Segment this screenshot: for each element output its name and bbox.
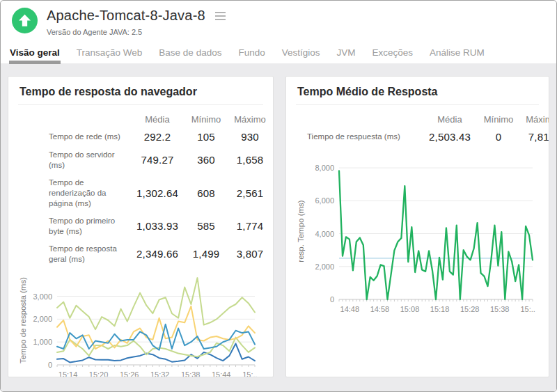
- table-row: Tempo de resposta geral (ms) 2,349.66 1,…: [18, 240, 263, 268]
- svg-text:15:..: 15:..: [242, 370, 257, 377]
- metric-value: 585: [185, 220, 227, 232]
- svg-text:15:32: 15:32: [150, 370, 170, 377]
- browser-response-chart-wrap: 01,0002,0003,00015:1415:2015:2615:3215:3…: [18, 270, 263, 377]
- svg-text:1,000: 1,000: [33, 338, 52, 347]
- metric-value: 1,774: [227, 220, 273, 232]
- svg-text:4,000: 4,000: [315, 230, 334, 238]
- svg-text:15:..: 15:..: [520, 305, 535, 313]
- metric-value: 2,561: [227, 187, 273, 199]
- table-row: Tempo de renderização da página (ms) 1,3…: [18, 174, 263, 212]
- metric-value: 930: [227, 131, 273, 143]
- tab-bar: Visão geral Transação Web Base de dados …: [1, 44, 556, 63]
- metric-label: Tempo de rede (ms): [18, 132, 130, 142]
- metric-value: 1,033.93: [130, 220, 185, 232]
- svg-text:15:38: 15:38: [490, 305, 510, 313]
- svg-text:15:08: 15:08: [400, 305, 420, 313]
- svg-text:Tempo de resposta (ms): Tempo de resposta (ms): [19, 277, 27, 363]
- svg-text:0: 0: [330, 295, 334, 304]
- table-row: Tempo do primeiro byte (ms) 1,033.93 585…: [18, 212, 263, 240]
- table-row: Tempo de rede (ms) 292.2 105 930: [18, 127, 263, 146]
- svg-text:resp. Tempo (ms): resp. Tempo (ms): [297, 200, 305, 262]
- column-media: Média: [421, 114, 478, 125]
- tab-analise-rum[interactable]: Análise RUM: [429, 46, 485, 62]
- table-header: Média Mínimo Máximo: [296, 111, 539, 127]
- metric-label: Tiempo de respuesta (ms): [296, 132, 421, 142]
- metric-value: 360: [185, 154, 227, 166]
- svg-text:15:14: 15:14: [58, 370, 78, 377]
- metric-value: 2,349.66: [130, 248, 185, 260]
- metric-value: 7,815: [519, 131, 549, 143]
- apm-dashboard: Apache-Tomcat-8-Java-8 Versão do Agente …: [0, 0, 557, 392]
- metric-value: 292.2: [130, 131, 185, 143]
- metric-value: 608: [185, 187, 227, 199]
- monitor-status-icon: [12, 8, 38, 33]
- svg-text:15:26: 15:26: [120, 370, 139, 377]
- metric-value: 749.27: [130, 154, 185, 166]
- svg-text:15:38: 15:38: [181, 370, 201, 377]
- panel-title: Tempo Médio de Resposta: [296, 85, 539, 105]
- column-maximo: Máximo: [519, 114, 549, 125]
- svg-text:3,000: 3,000: [33, 292, 52, 301]
- column-media: Média: [130, 114, 185, 125]
- column-minimo: Mínimo: [185, 114, 227, 125]
- panel-browser-response-time: Tempo de resposta do navegador Média Mín…: [8, 76, 274, 377]
- panel-title: Tempo de resposta do navegador: [18, 85, 263, 105]
- avg-response-table: Média Mínimo Máximo Tiempo de respuesta …: [296, 111, 539, 146]
- main-content: Tempo de resposta do navegador Média Mín…: [1, 63, 556, 392]
- table-row: Tempo do servidor (ms) 749.27 360 1,658: [18, 146, 263, 174]
- svg-text:6,000: 6,000: [315, 196, 334, 205]
- tab-fundo[interactable]: Fundo: [237, 46, 265, 62]
- metric-value: 1,658: [227, 154, 273, 166]
- panel-average-response-time: Tempo Médio de Resposta Média Mínimo Máx…: [285, 76, 549, 377]
- metric-value: 1,499: [185, 248, 227, 260]
- column-minimo: Mínimo: [478, 114, 519, 125]
- svg-text:2,000: 2,000: [315, 262, 334, 271]
- avg-response-chart[interactable]: 02,0004,0006,0008,00014:4814:5815:0815:1…: [296, 156, 540, 323]
- avg-response-chart-wrap: 02,0004,0006,0008,00014:4814:5815:0815:1…: [296, 156, 539, 326]
- tab-transacao-web[interactable]: Transação Web: [76, 46, 143, 62]
- svg-text:14:58: 14:58: [370, 305, 390, 313]
- metric-label: Tempo de resposta geral (ms): [18, 244, 130, 265]
- metric-label: Tempo do servidor (ms): [18, 150, 130, 171]
- tab-excecoes[interactable]: Exceções: [372, 46, 414, 62]
- menu-icon[interactable]: [214, 10, 227, 22]
- browser-metrics-table: Média Mínimo Máximo Tempo de rede (ms) 2…: [18, 111, 263, 267]
- tab-visao-geral[interactable]: Visão geral: [9, 46, 61, 64]
- svg-text:2,000: 2,000: [33, 315, 52, 324]
- metric-value: 2,503.43: [421, 131, 478, 143]
- table-header: Média Mínimo Máximo: [18, 111, 263, 127]
- metric-value: 0: [478, 131, 519, 143]
- svg-text:0: 0: [48, 361, 52, 369]
- page-title: Apache-Tomcat-8-Java-8: [47, 8, 205, 24]
- svg-text:8,000: 8,000: [315, 164, 334, 172]
- metric-value: 3,807: [227, 248, 273, 260]
- svg-text:15:44: 15:44: [212, 370, 231, 377]
- metric-label: Tempo de renderização da página (ms): [18, 178, 130, 209]
- svg-text:15:20: 15:20: [89, 370, 109, 377]
- metric-value: 1,302.64: [130, 187, 185, 199]
- agent-version-label: Versão do Agente JAVA: 2.5: [47, 28, 227, 36]
- column-maximo: Máximo: [227, 114, 273, 125]
- svg-text:14:48: 14:48: [340, 305, 360, 313]
- tab-base-de-dados[interactable]: Base de dados: [158, 46, 222, 62]
- tab-jvm[interactable]: JVM: [336, 46, 356, 62]
- table-row: Tiempo de respuesta (ms) 2,503.43 0 7,81…: [296, 127, 539, 146]
- metric-value: 105: [185, 131, 227, 143]
- tab-vestigios[interactable]: Vestígios: [281, 46, 321, 62]
- svg-text:15:18: 15:18: [430, 305, 450, 313]
- svg-text:15:28: 15:28: [460, 305, 480, 313]
- browser-response-chart[interactable]: 01,0002,0003,00015:1415:2015:2615:3215:3…: [18, 270, 263, 377]
- header: Apache-Tomcat-8-Java-8 Versão do Agente …: [1, 1, 556, 44]
- metric-label: Tempo do primeiro byte (ms): [18, 216, 130, 237]
